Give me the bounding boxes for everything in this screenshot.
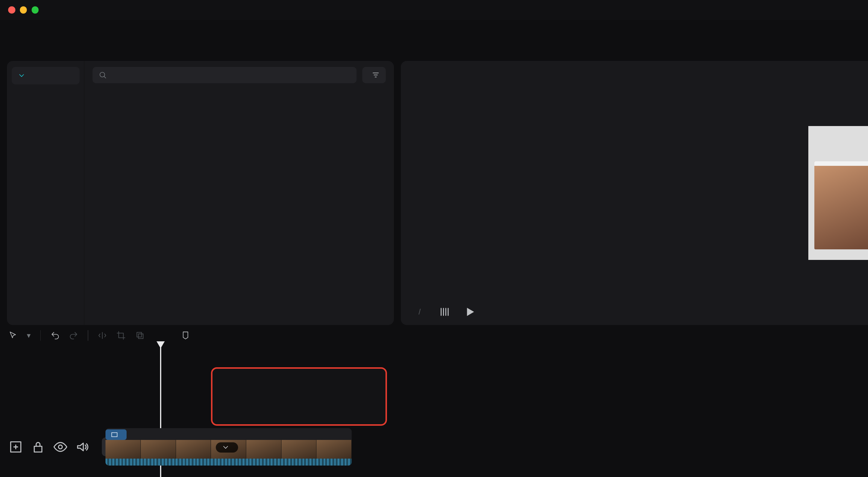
track-add-icon[interactable]	[8, 439, 24, 455]
svg-rect-8	[138, 334, 143, 338]
template-track[interactable]	[105, 428, 352, 466]
chevron-down-icon	[221, 443, 230, 451]
track-visible-icon[interactable]	[53, 439, 68, 455]
track-lock-icon[interactable]	[30, 439, 46, 455]
timeline[interactable]	[0, 346, 868, 477]
split-button[interactable]	[98, 331, 107, 340]
preview-canvas[interactable]	[409, 84, 868, 301]
track-mute-icon[interactable]	[75, 439, 90, 455]
asset-category-tabs	[0, 20, 868, 61]
track-label	[105, 429, 127, 440]
svg-rect-18	[34, 446, 42, 452]
template-badge-icon	[110, 430, 119, 439]
macos-traffic-lights[interactable]	[8, 6, 38, 13]
hide-template-pill[interactable]	[216, 442, 238, 453]
preview-photo-1	[814, 161, 868, 249]
timeline-toolbar: ▾	[0, 325, 868, 346]
player-panel: /	[401, 61, 868, 325]
time-ruler[interactable]	[70, 346, 868, 359]
sidebar-header[interactable]	[12, 67, 80, 84]
template-sidebar	[7, 61, 84, 325]
play-button[interactable]	[462, 305, 478, 319]
crop-button[interactable]	[116, 331, 126, 340]
undo-button[interactable]	[50, 331, 60, 340]
marker-button[interactable]	[181, 331, 190, 340]
template-search[interactable]	[93, 67, 356, 83]
svg-rect-9	[137, 332, 142, 337]
search-icon	[98, 71, 107, 79]
track-audio-waveform	[105, 458, 352, 466]
copy-button[interactable]	[135, 331, 145, 340]
frame-step-icon[interactable]	[437, 305, 453, 319]
svg-rect-20	[112, 433, 117, 437]
svg-point-19	[59, 445, 62, 449]
cursor-tool-chevron[interactable]: ▾	[27, 331, 31, 340]
filter-icon	[372, 71, 380, 79]
template-slot-strip	[211, 367, 387, 426]
chevron-down-icon	[18, 71, 26, 80]
filter-button[interactable]	[362, 67, 386, 83]
cursor-tool[interactable]	[8, 331, 18, 340]
redo-button[interactable]	[69, 331, 79, 340]
